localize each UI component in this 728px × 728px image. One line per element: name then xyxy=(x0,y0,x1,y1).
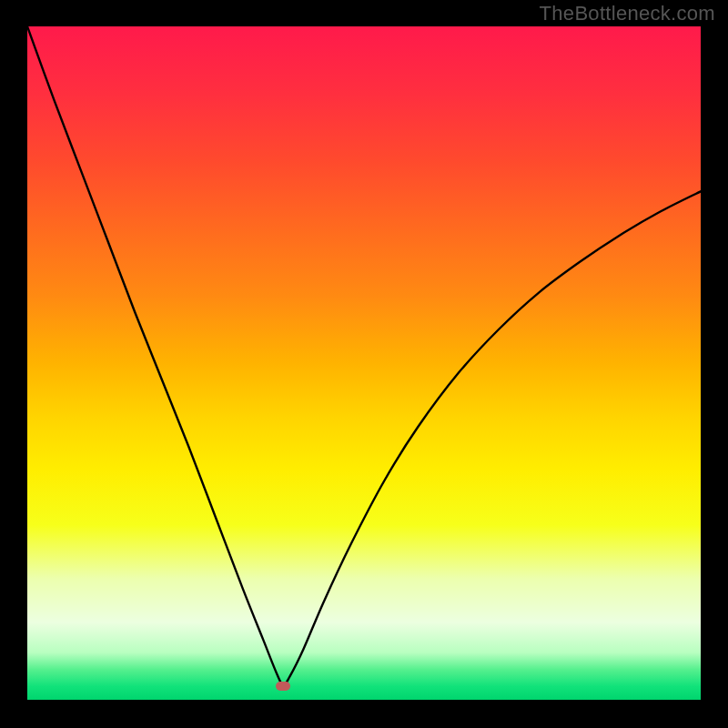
plot-area xyxy=(27,26,701,700)
watermark-text: TheBottleneck.com xyxy=(540,2,715,25)
gradient-background xyxy=(27,26,701,700)
chart-stage: TheBottleneck.com xyxy=(0,0,728,728)
plot-svg xyxy=(27,26,701,700)
minimum-marker xyxy=(276,682,290,691)
